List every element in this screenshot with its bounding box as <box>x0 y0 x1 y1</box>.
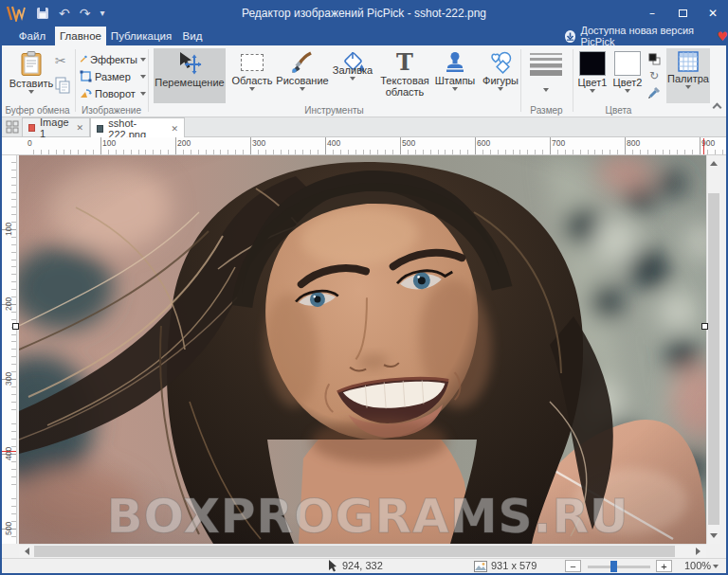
selection-handle-left[interactable] <box>12 323 19 330</box>
ribbon-divider <box>573 49 573 112</box>
picpick-logo-icon <box>6 5 27 22</box>
color2-label: Цвет2 <box>613 77 643 88</box>
line-size-icon <box>529 51 563 76</box>
reset-colors-icon[interactable]: ↻ <box>646 68 663 83</box>
collapse-ribbon-icon[interactable] <box>713 103 722 113</box>
zoom-slider-track[interactable] <box>588 566 650 568</box>
doc-tab-sshot[interactable]: sshot-222.png ✕ <box>90 117 185 138</box>
shapes-tool-label: Фигуры <box>482 75 519 86</box>
cursor-position-icon <box>328 560 337 572</box>
minimize-button[interactable]: – <box>637 0 667 27</box>
scroll-up-icon[interactable] <box>707 157 720 170</box>
paste-button[interactable]: Вставить <box>9 48 53 103</box>
download-icon <box>565 30 575 43</box>
horizontal-scroll-thumb[interactable] <box>34 546 675 557</box>
zoom-dropdown-arrow[interactable] <box>713 565 719 568</box>
window-border-left <box>0 45 2 573</box>
color2-button[interactable]: Цвет2 <box>611 48 644 103</box>
shapes-tool-icon <box>488 51 513 74</box>
tab-home[interactable]: Главное <box>55 27 106 45</box>
copy-icon[interactable] <box>55 77 70 98</box>
redo-icon[interactable]: ↷ <box>80 7 91 20</box>
vertical-ruler[interactable]: 100 200 300 400 500 <box>0 155 17 544</box>
fill-tool-button[interactable]: Заливка <box>329 48 376 103</box>
ruler-label: 100 <box>4 221 13 236</box>
zoom-in-button[interactable]: + <box>656 560 672 572</box>
effects-icon <box>80 53 87 65</box>
ruler-label: 300 <box>4 370 13 386</box>
doc-tab-label: sshot-222.png <box>108 117 166 140</box>
ruler-label: 400 <box>4 445 13 460</box>
zoom-level-value[interactable]: 100% <box>684 560 711 571</box>
paste-dropdown-arrow <box>28 90 34 94</box>
ruler-cursor-marker <box>703 138 704 154</box>
color1-button[interactable]: Цвет1 <box>576 48 609 103</box>
doc-tab-close-icon[interactable]: ✕ <box>76 123 83 133</box>
paste-icon <box>21 51 42 77</box>
canvas[interactable]: BOXPROGRAMS.RU <box>19 155 706 544</box>
doc-tab-close-icon[interactable]: ✕ <box>171 124 178 134</box>
scroll-left-icon[interactable] <box>21 545 33 558</box>
swap-colors-icon[interactable] <box>646 51 663 66</box>
update-notice[interactable]: Доступна новая версия PicPick ♥ <box>565 27 728 45</box>
resize-label: Размер <box>95 71 137 82</box>
vertical-scroll-thumb[interactable] <box>708 193 719 525</box>
clipboard-group-label: Буфер обмена <box>0 104 75 117</box>
scroll-down-icon[interactable] <box>707 530 720 542</box>
ruler-label: 500 <box>4 520 13 535</box>
ribbon-divider <box>520 49 521 112</box>
rotate-dropdown-arrow <box>140 92 146 96</box>
ribbon-divider <box>148 49 149 112</box>
move-tool-button[interactable]: Перемещение <box>154 48 226 103</box>
text-tool-button[interactable]: T Текстовая область <box>379 48 430 103</box>
photo: BOXPROGRAMS.RU <box>19 155 706 544</box>
undo-icon[interactable]: ↶ <box>59 7 70 20</box>
resize-button[interactable]: Размер <box>80 68 146 84</box>
ruler-label: 400 <box>327 138 340 148</box>
palette-button[interactable]: Палитра <box>666 48 710 103</box>
ruler-label: 200 <box>4 296 13 311</box>
stamps-tool-label: Штампы <box>435 75 476 86</box>
tab-share[interactable]: Публикация <box>110 27 173 45</box>
stamps-tool-button[interactable]: Штампы <box>433 48 477 103</box>
selection-handle-right[interactable] <box>701 323 708 330</box>
draw-tool-button[interactable]: Рисование <box>279 48 326 103</box>
selection-tool-button[interactable]: Область <box>228 48 276 103</box>
horizontal-scrollbar[interactable] <box>19 544 706 558</box>
doc-tab-color-icon <box>28 124 35 132</box>
eyedropper-icon[interactable] <box>646 85 663 100</box>
minimize-glyph: – <box>649 7 655 20</box>
close-icon: ✕ <box>708 7 718 20</box>
save-icon[interactable] <box>36 7 49 20</box>
horizontal-ruler[interactable]: 0 100 200 300 400 500 600 700 800 900 <box>19 137 726 155</box>
shapes-tool-button[interactable]: Фигуры <box>480 48 521 103</box>
tab-list-icon[interactable] <box>6 120 19 137</box>
tab-file[interactable]: Файл <box>13 27 51 45</box>
zoom-slider-thumb[interactable] <box>610 561 617 572</box>
doc-tab-image1[interactable]: Image 1 ✕ <box>22 117 90 137</box>
customize-qat-icon[interactable]: ▾ <box>100 7 104 20</box>
effects-button[interactable]: Эффекты <box>80 51 146 67</box>
title-bar: Редактор изображений PicPick - sshot-222… <box>0 0 728 27</box>
line-size-button[interactable] <box>523 48 569 103</box>
vertical-scrollbar[interactable] <box>706 155 720 544</box>
rotate-button[interactable]: Поворот <box>80 85 146 101</box>
ruler-corner <box>0 137 19 155</box>
fill-dropdown-arrow <box>350 77 355 81</box>
image-group-label: Изображение <box>75 104 148 117</box>
color1-label: Цвет1 <box>578 77 608 88</box>
doc-tab-label: Image 1 <box>40 117 71 139</box>
maximize-button[interactable] <box>667 0 698 27</box>
heart-icon[interactable]: ♥ <box>717 29 728 44</box>
selection-tool-icon <box>241 54 264 71</box>
effects-dropdown-arrow <box>140 58 146 62</box>
scroll-right-icon[interactable] <box>692 545 704 558</box>
paste-label: Вставить <box>9 78 54 89</box>
tab-view[interactable]: Вид <box>176 27 209 45</box>
move-tool-icon <box>177 51 202 76</box>
cut-icon[interactable]: ✂ <box>55 53 66 68</box>
tools-group-label: Инструменты <box>148 104 520 117</box>
close-button[interactable]: ✕ <box>698 0 728 27</box>
ribbon-divider <box>75 49 76 112</box>
zoom-out-button[interactable]: − <box>565 560 581 572</box>
